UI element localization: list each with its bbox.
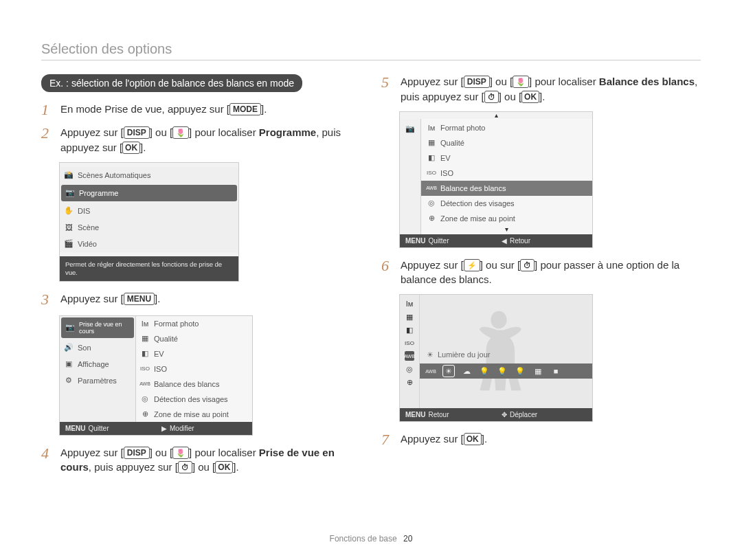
ok-key: OK bbox=[215, 461, 233, 473]
screen-description: Permet de régler directement les fonctio… bbox=[60, 256, 238, 282]
list-item: 📸Scènes Automatiques bbox=[60, 167, 238, 183]
size-icon: Iм bbox=[427, 123, 436, 133]
step-text-mid: ] ou [ bbox=[490, 76, 513, 87]
list-item: ISOISO bbox=[136, 361, 252, 377]
ev-icon: ◧ bbox=[427, 153, 436, 163]
camera-screen-wb-select: Iм ▦ ◧ ISO AWB ◎ ⊕ ☀ Lum bbox=[399, 294, 593, 422]
timer-key: ⏱ bbox=[178, 461, 192, 473]
step-text-tail2: ]. bbox=[140, 142, 146, 153]
step-number: 5 bbox=[381, 74, 395, 91]
step-number: 7 bbox=[381, 432, 395, 448]
wb-option: AWB bbox=[425, 366, 436, 377]
step-number: 6 bbox=[381, 258, 395, 274]
sun-icon: ☀ bbox=[425, 350, 435, 359]
move-icon: ✥ bbox=[502, 411, 507, 418]
menu-footer-key: MENU bbox=[405, 411, 425, 418]
settings-icon: ⚙ bbox=[64, 376, 74, 385]
iso-icon: ISO bbox=[405, 338, 414, 348]
section-title: Sélection des options bbox=[41, 41, 701, 60]
list-item: ✋DIS bbox=[60, 203, 238, 219]
back-icon: ◀ bbox=[502, 237, 507, 245]
step-7: 7 Appuyez sur [OK]. bbox=[381, 432, 701, 448]
smart-icon: 📸 bbox=[64, 170, 74, 180]
step-3: 3 Appuyez sur [MENU]. bbox=[41, 291, 361, 308]
step-text-end: ]. bbox=[155, 293, 160, 304]
wb-option: ☁ bbox=[461, 366, 472, 377]
list-item-selected: 📷Prise de vue en cours bbox=[61, 317, 134, 338]
item-label: Détection des visages bbox=[154, 395, 228, 403]
item-label: Affichage bbox=[78, 360, 109, 368]
list-item: ◎Détection des visages bbox=[136, 392, 252, 407]
step-number: 3 bbox=[41, 291, 55, 308]
screen-footer: MENU Quitter ◀ Retour bbox=[400, 234, 592, 247]
flash-key: ⚡ bbox=[464, 259, 480, 271]
ev-icon: ◧ bbox=[405, 325, 414, 335]
disp-key: DISP bbox=[124, 447, 150, 459]
step-6: 6 Appuyez sur [⚡] ou sur [⏱] pour passer… bbox=[381, 258, 701, 288]
item-label: Prise de vue en cours bbox=[79, 321, 130, 335]
step-2: 2 Appuyez sur [DISP] ou [🌷] pour localis… bbox=[41, 125, 361, 155]
step-4: 4 Appuyez sur [DISP] ou [🌷] pour localis… bbox=[41, 445, 361, 475]
item-label: Format photo bbox=[154, 320, 199, 328]
menu-footer-key: MENU bbox=[405, 237, 425, 245]
step-text-mid: ] ou sur [ bbox=[480, 259, 520, 271]
step-text-after: ] pour localiser bbox=[189, 447, 259, 458]
scene-icon: 🖼 bbox=[64, 223, 74, 232]
step-text: En mode Prise de vue, appuyez sur [ bbox=[60, 103, 229, 115]
focus-icon: ⊕ bbox=[405, 377, 414, 387]
step-text-tail2: ]. bbox=[539, 91, 545, 102]
menu-key: MENU bbox=[124, 293, 155, 305]
list-item-selected: AWBBalance des blancs bbox=[421, 181, 592, 196]
step-text: Appuyez sur [ bbox=[60, 293, 124, 304]
iso-icon: ISO bbox=[140, 364, 150, 374]
item-label: EV bbox=[440, 154, 451, 162]
step-text: Appuyez sur [ bbox=[401, 433, 464, 445]
step-text-mid: ] ou [ bbox=[150, 126, 172, 138]
step-number: 4 bbox=[41, 445, 55, 462]
wb-option: 💡 bbox=[515, 366, 526, 377]
item-label: ISO bbox=[154, 365, 167, 373]
step-text: Appuyez sur [ bbox=[401, 76, 464, 87]
list-item: ▣Affichage bbox=[60, 356, 135, 372]
step-bold: Balance des blancs bbox=[599, 76, 695, 87]
item-label: DIS bbox=[78, 207, 90, 215]
menu-footer-key: MENU bbox=[65, 425, 85, 432]
footer-right-label: Retour bbox=[510, 237, 530, 245]
camera-icon: 📷 bbox=[65, 323, 75, 333]
step-bold: Programme bbox=[259, 126, 316, 138]
ev-icon: ◧ bbox=[140, 349, 150, 359]
step-text: Appuyez sur [ bbox=[60, 126, 124, 138]
down-arrow-icon: ▾ bbox=[421, 226, 592, 233]
play-icon: ▶ bbox=[161, 425, 167, 432]
focus-icon: ⊕ bbox=[140, 410, 150, 419]
display-icon: ▣ bbox=[64, 359, 74, 369]
focus-icon: ⊕ bbox=[427, 214, 436, 223]
item-label: Zone de mise au point bbox=[154, 410, 229, 418]
list-item: ◎Détection des visages bbox=[421, 196, 592, 211]
page-number: 20 bbox=[403, 534, 412, 544]
ok-key: OK bbox=[464, 433, 482, 445]
video-icon: 🎬 bbox=[64, 239, 74, 249]
item-label: Vidéo bbox=[78, 240, 97, 248]
list-item: ◧EV bbox=[136, 346, 252, 361]
wb-option: 💡 bbox=[497, 366, 508, 377]
macro-key: 🌷 bbox=[513, 76, 529, 88]
iso-icon: ISO bbox=[427, 168, 436, 178]
wb-option-bar: AWB ☀ ☁ 💡 💡 💡 ▦ ■ bbox=[420, 363, 592, 379]
item-label: Balance des blancs bbox=[154, 380, 219, 388]
footer-label: Fonctions de base bbox=[330, 534, 397, 544]
wb-option: ▦ bbox=[532, 366, 543, 377]
wb-option: ■ bbox=[550, 366, 561, 377]
item-label: Programme bbox=[79, 189, 118, 197]
list-item: ISOISO bbox=[421, 166, 592, 181]
example-callout: Ex. : sélection de l'option de balance d… bbox=[41, 74, 302, 92]
item-label: Zone de mise au point bbox=[440, 214, 515, 223]
wb-option: 💡 bbox=[479, 366, 490, 377]
quality-icon: ▦ bbox=[427, 138, 436, 148]
item-label: EV bbox=[154, 350, 164, 358]
camera-screen-menu: 📷Prise de vue en cours 🔊Son ▣Affichage ⚙… bbox=[59, 315, 253, 436]
left-column: Ex. : sélection de l'option de balance d… bbox=[41, 74, 361, 482]
macro-key: 🌷 bbox=[172, 447, 189, 459]
footer-right-label: Modifier bbox=[170, 425, 194, 432]
step-text-after: ] pour localiser bbox=[189, 126, 259, 138]
